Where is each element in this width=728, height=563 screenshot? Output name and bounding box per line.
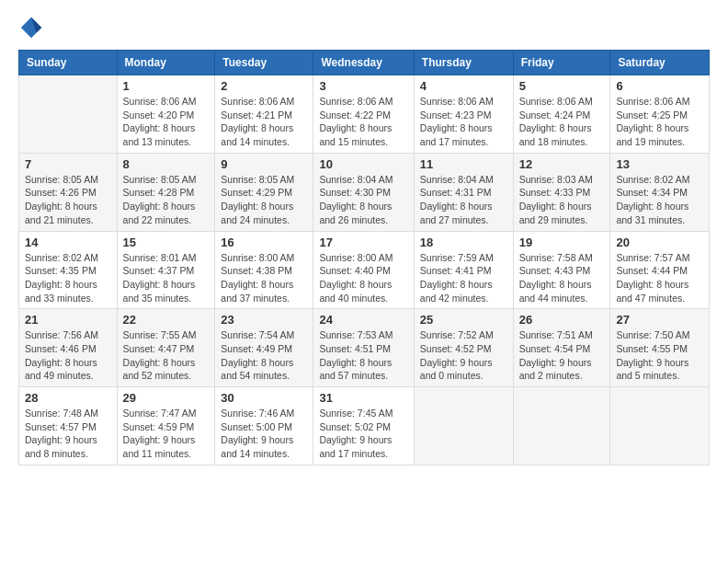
day-info: Sunrise: 7:53 AMSunset: 4:51 PMDaylight:… xyxy=(319,328,407,383)
calendar-cell: 13Sunrise: 8:02 AMSunset: 4:34 PMDayligh… xyxy=(610,153,710,231)
calendar-cell: 31Sunrise: 7:45 AMSunset: 5:02 PMDayligh… xyxy=(313,387,414,465)
day-number: 8 xyxy=(123,157,210,171)
logo xyxy=(18,15,48,40)
day-info: Sunrise: 8:05 AMSunset: 4:26 PMDaylight:… xyxy=(25,173,111,227)
day-info: Sunrise: 8:00 AMSunset: 4:40 PMDaylight:… xyxy=(319,251,407,305)
day-number: 19 xyxy=(519,236,605,249)
page: SundayMondayTuesdayWednesdayThursdayFrid… xyxy=(0,0,728,563)
calendar-cell: 12Sunrise: 8:03 AMSunset: 4:33 PMDayligh… xyxy=(513,153,610,231)
calendar-header-row: SundayMondayTuesdayWednesdayThursdayFrid… xyxy=(19,51,710,75)
day-info: Sunrise: 8:06 AMSunset: 4:22 PMDaylight:… xyxy=(319,95,407,149)
day-number: 11 xyxy=(420,157,507,171)
calendar-cell: 15Sunrise: 8:01 AMSunset: 4:37 PMDayligh… xyxy=(117,231,215,309)
calendar-cell: 9Sunrise: 8:05 AMSunset: 4:29 PMDaylight… xyxy=(215,153,313,231)
weekday-header: Tuesday xyxy=(215,51,313,75)
day-number: 12 xyxy=(519,157,605,171)
calendar-cell: 8Sunrise: 8:05 AMSunset: 4:28 PMDaylight… xyxy=(117,153,215,231)
day-number: 26 xyxy=(519,313,605,327)
day-info: Sunrise: 7:56 AMSunset: 4:46 PMDaylight:… xyxy=(25,328,111,383)
day-info: Sunrise: 8:06 AMSunset: 4:23 PMDaylight:… xyxy=(420,95,507,149)
day-info: Sunrise: 8:04 AMSunset: 4:31 PMDaylight:… xyxy=(420,173,507,227)
calendar-week-row: 21Sunrise: 7:56 AMSunset: 4:46 PMDayligh… xyxy=(19,309,710,387)
day-number: 23 xyxy=(221,313,307,327)
weekday-header: Thursday xyxy=(414,51,513,75)
weekday-header: Wednesday xyxy=(313,51,414,75)
day-info: Sunrise: 7:55 AMSunset: 4:47 PMDaylight:… xyxy=(123,328,210,383)
calendar-cell: 25Sunrise: 7:52 AMSunset: 4:52 PMDayligh… xyxy=(414,309,513,387)
calendar-cell: 26Sunrise: 7:51 AMSunset: 4:54 PMDayligh… xyxy=(513,309,610,387)
day-number: 25 xyxy=(420,313,507,327)
calendar-cell: 6Sunrise: 8:06 AMSunset: 4:25 PMDaylight… xyxy=(610,75,710,154)
day-number: 17 xyxy=(319,236,407,249)
calendar-cell: 29Sunrise: 7:47 AMSunset: 4:59 PMDayligh… xyxy=(117,387,215,465)
calendar-cell xyxy=(610,387,710,465)
calendar-cell xyxy=(414,387,513,465)
calendar-cell: 27Sunrise: 7:50 AMSunset: 4:55 PMDayligh… xyxy=(610,309,710,387)
day-number: 4 xyxy=(420,79,507,93)
header xyxy=(18,15,710,40)
day-number: 10 xyxy=(319,157,407,171)
day-info: Sunrise: 7:58 AMSunset: 4:43 PMDaylight:… xyxy=(519,251,605,305)
day-info: Sunrise: 8:06 AMSunset: 4:20 PMDaylight:… xyxy=(123,95,210,149)
calendar-cell xyxy=(513,387,610,465)
day-info: Sunrise: 8:04 AMSunset: 4:30 PMDaylight:… xyxy=(319,173,407,227)
day-number: 18 xyxy=(420,236,507,249)
day-number: 14 xyxy=(25,236,111,249)
calendar-cell: 19Sunrise: 7:58 AMSunset: 4:43 PMDayligh… xyxy=(513,231,610,309)
calendar-cell: 17Sunrise: 8:00 AMSunset: 4:40 PMDayligh… xyxy=(313,231,414,309)
day-info: Sunrise: 8:03 AMSunset: 4:33 PMDaylight:… xyxy=(519,173,605,227)
day-info: Sunrise: 7:52 AMSunset: 4:52 PMDaylight:… xyxy=(420,328,507,383)
day-number: 15 xyxy=(123,236,210,249)
day-number: 27 xyxy=(616,313,703,327)
day-info: Sunrise: 7:57 AMSunset: 4:44 PMDaylight:… xyxy=(616,251,703,305)
day-number: 29 xyxy=(123,391,210,405)
day-info: Sunrise: 7:54 AMSunset: 4:49 PMDaylight:… xyxy=(221,328,307,383)
day-number: 3 xyxy=(319,79,407,93)
day-info: Sunrise: 7:50 AMSunset: 4:55 PMDaylight:… xyxy=(616,328,703,383)
calendar-week-row: 1Sunrise: 8:06 AMSunset: 4:20 PMDaylight… xyxy=(19,75,710,154)
calendar-cell: 30Sunrise: 7:46 AMSunset: 5:00 PMDayligh… xyxy=(215,387,313,465)
day-number: 13 xyxy=(616,157,703,171)
weekday-header: Monday xyxy=(117,51,215,75)
day-info: Sunrise: 8:06 AMSunset: 4:21 PMDaylight:… xyxy=(221,95,307,149)
weekday-header: Sunday xyxy=(19,51,118,75)
day-info: Sunrise: 8:00 AMSunset: 4:38 PMDaylight:… xyxy=(221,251,307,305)
day-info: Sunrise: 7:46 AMSunset: 5:00 PMDaylight:… xyxy=(221,407,307,461)
day-info: Sunrise: 7:48 AMSunset: 4:57 PMDaylight:… xyxy=(25,407,111,461)
day-number: 6 xyxy=(616,79,703,93)
calendar-cell: 10Sunrise: 8:04 AMSunset: 4:30 PMDayligh… xyxy=(313,153,414,231)
day-number: 28 xyxy=(25,391,111,405)
day-number: 9 xyxy=(221,157,307,171)
calendar-week-row: 14Sunrise: 8:02 AMSunset: 4:35 PMDayligh… xyxy=(19,231,710,309)
day-info: Sunrise: 8:05 AMSunset: 4:29 PMDaylight:… xyxy=(221,173,307,227)
day-number: 30 xyxy=(221,391,307,405)
day-info: Sunrise: 8:06 AMSunset: 4:24 PMDaylight:… xyxy=(519,95,605,149)
calendar-cell: 3Sunrise: 8:06 AMSunset: 4:22 PMDaylight… xyxy=(313,75,414,154)
day-info: Sunrise: 8:02 AMSunset: 4:35 PMDaylight:… xyxy=(25,251,111,305)
calendar-cell: 5Sunrise: 8:06 AMSunset: 4:24 PMDaylight… xyxy=(513,75,610,154)
day-number: 7 xyxy=(25,157,111,171)
calendar-cell: 11Sunrise: 8:04 AMSunset: 4:31 PMDayligh… xyxy=(414,153,513,231)
day-number: 5 xyxy=(519,79,605,93)
calendar-cell: 4Sunrise: 8:06 AMSunset: 4:23 PMDaylight… xyxy=(414,75,513,154)
calendar-cell: 22Sunrise: 7:55 AMSunset: 4:47 PMDayligh… xyxy=(117,309,215,387)
calendar-cell: 14Sunrise: 8:02 AMSunset: 4:35 PMDayligh… xyxy=(19,231,118,309)
day-number: 2 xyxy=(221,79,307,93)
calendar-cell: 24Sunrise: 7:53 AMSunset: 4:51 PMDayligh… xyxy=(313,309,414,387)
day-info: Sunrise: 7:51 AMSunset: 4:54 PMDaylight:… xyxy=(519,328,605,383)
calendar-cell: 1Sunrise: 8:06 AMSunset: 4:20 PMDaylight… xyxy=(117,75,215,154)
calendar-cell: 20Sunrise: 7:57 AMSunset: 4:44 PMDayligh… xyxy=(610,231,710,309)
day-info: Sunrise: 8:06 AMSunset: 4:25 PMDaylight:… xyxy=(616,95,703,149)
calendar-table: SundayMondayTuesdayWednesdayThursdayFrid… xyxy=(18,50,710,465)
day-info: Sunrise: 8:01 AMSunset: 4:37 PMDaylight:… xyxy=(123,251,210,305)
calendar-cell xyxy=(19,75,118,154)
day-number: 24 xyxy=(319,313,407,327)
weekday-header: Saturday xyxy=(610,51,710,75)
day-number: 31 xyxy=(319,391,407,405)
calendar-cell: 2Sunrise: 8:06 AMSunset: 4:21 PMDaylight… xyxy=(215,75,313,154)
day-info: Sunrise: 7:45 AMSunset: 5:02 PMDaylight:… xyxy=(319,407,407,461)
day-info: Sunrise: 8:02 AMSunset: 4:34 PMDaylight:… xyxy=(616,173,703,227)
day-number: 16 xyxy=(221,236,307,249)
calendar-cell: 23Sunrise: 7:54 AMSunset: 4:49 PMDayligh… xyxy=(215,309,313,387)
calendar-week-row: 28Sunrise: 7:48 AMSunset: 4:57 PMDayligh… xyxy=(19,387,710,465)
